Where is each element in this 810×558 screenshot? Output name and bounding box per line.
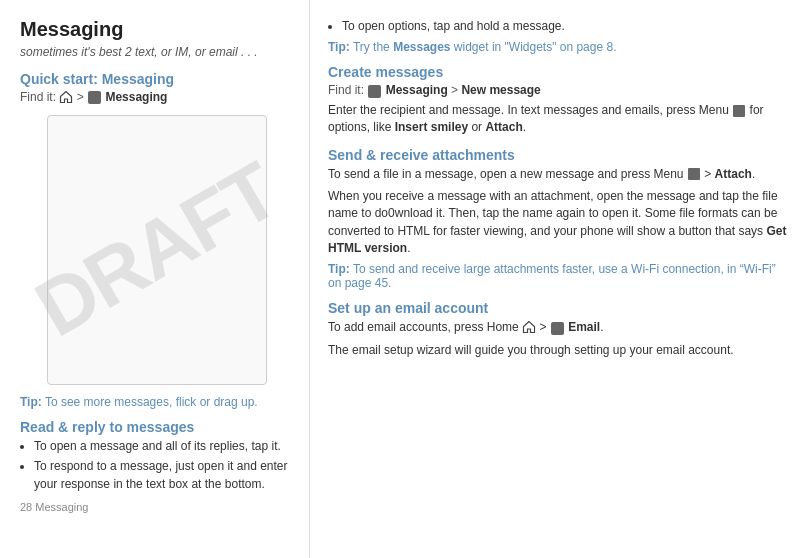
home-icon-setup [522, 320, 536, 334]
tip-label-left: Tip: [20, 395, 42, 409]
get-html-bold: Get HTML version [328, 224, 786, 255]
send-tip-label: Tip: [328, 262, 350, 276]
attach-bold-send: Attach [715, 167, 752, 181]
send-tip: Tip: To send and receive large attachmen… [328, 262, 790, 290]
messaging-app-icon [88, 91, 101, 104]
draft-watermark: DRAFT [20, 145, 292, 355]
read-reply-bullets: To open a message and all of its replies… [20, 438, 293, 493]
send-body1: To send a file in a message, open a new … [328, 166, 790, 183]
send-receive-heading: Send & receive attachments [328, 147, 790, 163]
email-bold: Email [568, 320, 600, 334]
bullet-options: To open options, tap and hold a message. [342, 18, 790, 35]
find-it-left: Find it: > Messaging [20, 90, 293, 105]
messages-bold: Messages [393, 40, 450, 54]
attach-bold-create: Attach [485, 120, 522, 134]
home-icon [59, 90, 73, 104]
bullet-item-2: To respond to a message, just open it an… [34, 458, 293, 493]
setup-heading: Set up an email account [328, 300, 790, 316]
create-body: Enter the recipient and message. In text… [328, 102, 790, 137]
menu-icon-send [688, 168, 700, 180]
find-it-create: Find it: Messaging > New message [328, 83, 790, 97]
find-it-label: Find it: [20, 90, 56, 104]
phone-image: DRAFT [47, 115, 267, 385]
setup-body1: To add email accounts, press Home > Emai… [328, 319, 790, 336]
messaging-icon-right [368, 85, 381, 98]
tip-text-left: To see more messages, flick or drag up. [45, 395, 258, 409]
left-column: Messaging sometimes it's best 2 text, or… [0, 0, 310, 558]
send-tip-text: To send and receive large attachments fa… [328, 262, 776, 290]
create-find-it-label: Find it: [328, 83, 364, 97]
read-reply-heading: Read & reply to messages [20, 419, 293, 435]
find-it-messaging-right: Messaging [386, 83, 448, 97]
quick-start-heading: Quick start: Messaging [20, 71, 293, 87]
bullet-item-1: To open a message and all of its replies… [34, 438, 293, 455]
find-it-messaging: Messaging [105, 90, 167, 104]
create-messages-heading: Create messages [328, 64, 790, 80]
left-tip: Tip: To see more messages, flick or drag… [20, 395, 293, 409]
page-title: Messaging [20, 18, 293, 41]
right-column: To open options, tap and hold a message.… [310, 0, 810, 558]
tip-top-rest: widget in "Widgets" on page 8. [454, 40, 617, 54]
right-tip-top: Tip: Try the Messages widget in "Widgets… [328, 40, 790, 54]
subtitle: sometimes it's best 2 text, or IM, or em… [20, 45, 293, 59]
setup-body2: The email setup wizard will guide you th… [328, 342, 790, 359]
insert-smiley-bold: Insert smiley [395, 120, 468, 134]
right-top-bullet: To open options, tap and hold a message. [328, 18, 790, 35]
find-it-new-message: New message [461, 83, 540, 97]
tip-top-label: Tip: [328, 40, 350, 54]
send-body2: When you receive a message with an attac… [328, 188, 790, 258]
email-app-icon [551, 322, 564, 335]
page-footer: 28 Messaging [20, 501, 293, 513]
menu-icon-create [733, 105, 745, 117]
